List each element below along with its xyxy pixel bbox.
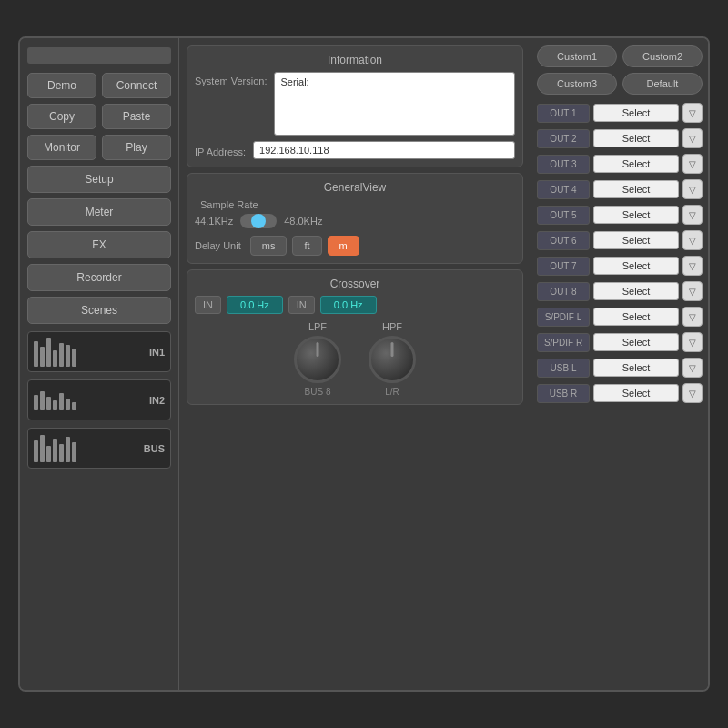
select-field-10[interactable]: Select (593, 359, 679, 377)
select-field-3[interactable]: Select (593, 180, 679, 198)
vu-bar (40, 391, 45, 410)
vu-bar (34, 440, 38, 462)
vu-bar (59, 343, 64, 367)
vu-bar (53, 439, 57, 462)
dropdown-arrow-9[interactable] (682, 332, 703, 352)
bus-label: BUS (144, 443, 165, 454)
ip-label: IP Address: (195, 143, 246, 157)
vu-bars-bus (34, 435, 76, 462)
output-row: OUT 5Select (537, 202, 703, 228)
connect-button[interactable]: Connect (102, 73, 171, 98)
crossover-knobs: LPF BUS 8 HPF L/R (195, 321, 515, 397)
sr-high-label: 48.0KHz (284, 216, 322, 227)
app-container: Demo Connect Copy Paste Monitor Play Set… (18, 36, 710, 692)
delay-ft-button[interactable]: ft (292, 236, 321, 256)
out-label-8: S/PDIF L (537, 308, 590, 327)
demo-button[interactable]: Demo (27, 73, 96, 98)
scenes-button[interactable]: Scenes (27, 297, 171, 324)
vu-meter-in1: IN1 (27, 331, 171, 372)
out-label-2: OUT 3 (537, 155, 590, 174)
sys-version-box: Serial: (274, 72, 515, 136)
lpf-knob[interactable] (294, 336, 341, 383)
out-label-1: OUT 2 (537, 129, 590, 148)
dropdown-arrow-8[interactable] (682, 307, 703, 327)
fx-button[interactable]: FX (27, 231, 171, 258)
select-field-1[interactable]: Select (593, 129, 679, 147)
ip-row: IP Address: 192.168.10.118 (195, 141, 515, 159)
vu-bars-in1 (34, 338, 76, 367)
vu-bars-in2 (34, 391, 76, 410)
vu-bar (40, 347, 45, 367)
out-label-9: S/PDIF R (537, 333, 590, 352)
sidebar: Demo Connect Copy Paste Monitor Play Set… (20, 38, 179, 690)
ip-input[interactable]: 192.168.10.118 (253, 141, 515, 159)
xover-val1[interactable]: 0.0 Hz (227, 296, 283, 314)
crossover-title: Crossover (195, 278, 515, 290)
vu-bar (34, 395, 38, 410)
demo-connect-row: Demo Connect (27, 73, 171, 98)
main-area: Information System Version: Serial: IP A… (179, 38, 531, 690)
out-label-7: OUT 8 (537, 282, 590, 301)
in2-label: IN2 (149, 395, 165, 406)
right-panel: Custom1 Custom2 Custom3 Default OUT 1Sel… (531, 38, 708, 690)
vu-bar (46, 397, 51, 410)
dropdown-arrow-0[interactable] (682, 103, 703, 123)
dropdown-arrow-2[interactable] (682, 154, 703, 174)
custom-row-1: Custom1 Custom2 (537, 46, 703, 67)
dropdown-arrow-5[interactable] (682, 230, 703, 250)
default-button[interactable]: Default (622, 73, 703, 95)
dropdown-arrow-4[interactable] (682, 205, 703, 225)
select-field-11[interactable]: Select (593, 384, 679, 402)
select-field-5[interactable]: Select (593, 231, 679, 249)
output-row: USB LSelect (537, 355, 703, 380)
dropdown-arrow-11[interactable] (682, 383, 703, 403)
dropdown-arrow-1[interactable] (682, 128, 703, 148)
serial-label: Serial: (280, 76, 308, 87)
out-label-0: OUT 1 (537, 104, 590, 123)
sidebar-top-bar (27, 47, 171, 64)
vu-bar (72, 349, 76, 367)
dropdown-arrow-3[interactable] (682, 179, 703, 199)
custom2-button[interactable]: Custom2 (622, 46, 703, 67)
select-field-8[interactable]: Select (593, 308, 679, 326)
play-button[interactable]: Play (102, 135, 171, 160)
custom1-button[interactable]: Custom1 (537, 46, 617, 67)
vu-bar (72, 442, 76, 462)
meter-button[interactable]: Meter (27, 198, 171, 226)
output-rows: OUT 1SelectOUT 2SelectOUT 3SelectOUT 4Se… (537, 100, 703, 406)
select-field-9[interactable]: Select (593, 333, 679, 351)
lpf-label: LPF (308, 321, 327, 332)
out-label-5: OUT 6 (537, 231, 590, 250)
dropdown-arrow-7[interactable] (682, 281, 703, 301)
vu-meter-in2: IN2 (27, 379, 171, 420)
recorder-button[interactable]: Recorder (27, 264, 171, 291)
crossover-inputs: IN 0.0 Hz IN 0.0 Hz (195, 296, 515, 314)
select-field-0[interactable]: Select (593, 104, 679, 122)
dropdown-arrow-10[interactable] (682, 358, 703, 378)
hpf-knob-group: HPF L/R (369, 321, 416, 397)
dropdown-arrow-6[interactable] (682, 256, 703, 276)
delay-m-button[interactable]: m (328, 236, 359, 256)
copy-button[interactable]: Copy (27, 104, 96, 129)
hpf-sub: L/R (385, 387, 399, 397)
sample-rate-toggle[interactable] (240, 214, 277, 228)
select-field-2[interactable]: Select (593, 155, 679, 173)
in1-label: IN1 (149, 347, 165, 358)
xover-val2[interactable]: 0.0 Hz (320, 296, 377, 314)
hpf-knob[interactable] (369, 336, 416, 383)
paste-button[interactable]: Paste (102, 104, 171, 129)
vu-bar (66, 399, 70, 410)
monitor-button[interactable]: Monitor (27, 135, 96, 160)
select-field-4[interactable]: Select (593, 206, 679, 224)
select-field-7[interactable]: Select (593, 282, 679, 300)
select-field-6[interactable]: Select (593, 257, 679, 275)
info-panel: Information System Version: Serial: IP A… (187, 46, 523, 167)
general-panel: GeneralView Sample Rate 44.1KHz 48.0KHz … (187, 173, 523, 264)
output-row: OUT 1Select (537, 100, 703, 126)
setup-button[interactable]: Setup (27, 166, 171, 193)
output-row: S/PDIF LSelect (537, 304, 703, 329)
custom3-button[interactable]: Custom3 (537, 73, 617, 95)
output-row: USB RSelect (537, 380, 703, 406)
vu-bar (66, 437, 70, 462)
delay-ms-button[interactable]: ms (250, 236, 288, 256)
